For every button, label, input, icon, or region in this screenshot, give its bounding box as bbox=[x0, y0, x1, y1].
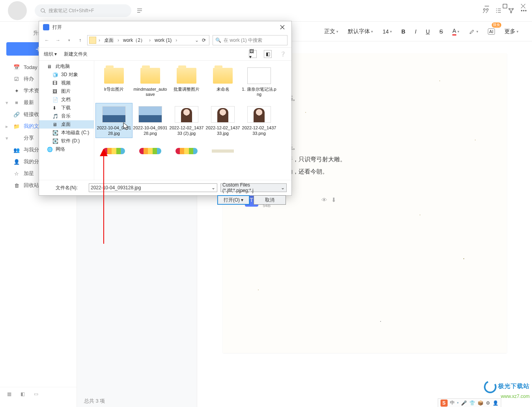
dialog-app-icon bbox=[43, 24, 49, 30]
filetype-select[interactable]: Custom Files (*.jfif;*.pjpeg;*.j⌄ bbox=[220, 183, 287, 192]
close-button[interactable] bbox=[514, 0, 532, 12]
breadcrumb-dropdown-icon[interactable]: ⌄ bbox=[195, 37, 199, 43]
tree-item[interactable]: 🎞视频 bbox=[39, 79, 94, 87]
refresh-icon[interactable]: ⟳ bbox=[202, 37, 206, 43]
file-item[interactable] bbox=[132, 140, 168, 164]
preview-icon[interactable]: 👁 bbox=[321, 194, 327, 206]
strikethrough-button[interactable]: S bbox=[438, 27, 444, 36]
file-item[interactable]: mindmaster_autosave bbox=[132, 65, 168, 99]
tree-item[interactable]: ⬇下载 bbox=[39, 104, 94, 112]
watermark: 极光下载站 www.xz7.com bbox=[483, 380, 530, 399]
panel-view-icon[interactable]: ▭ bbox=[34, 391, 40, 398]
file-item[interactable] bbox=[96, 140, 132, 164]
file-item[interactable]: 2022-12-02_143733 (2).jpg bbox=[168, 103, 205, 137]
underline-button[interactable]: U bbox=[424, 27, 431, 36]
breadcrumb-bar[interactable]: ›桌面 ›work（2） ›work (1) › ⌄ ⟳ bbox=[87, 35, 209, 45]
tree-item[interactable]: 🖥此电脑 bbox=[39, 62, 94, 71]
filename-input[interactable]: 2022-10-04_093128.jpg⌄ bbox=[89, 183, 217, 192]
app-header: 搜索笔记 Ctrl+Shift+F bbox=[0, 0, 532, 22]
file-item[interactable] bbox=[205, 140, 241, 164]
dialog-toolbar: 组织 ▾ 新建文件夹 🖼 ▾ ◧ ❔ bbox=[39, 47, 291, 61]
svg-point-10 bbox=[485, 381, 496, 392]
download-icon[interactable]: ⬇ bbox=[331, 194, 336, 206]
minimize-button[interactable] bbox=[478, 0, 496, 12]
tree-item[interactable]: 💽本地磁盘 (C:) bbox=[39, 129, 94, 137]
tree-item[interactable]: 💽软件 (D:) bbox=[39, 137, 94, 145]
file-item[interactable]: lr导出图片 bbox=[96, 65, 132, 99]
file-item[interactable]: 2022-12-02_143733.png bbox=[241, 103, 277, 137]
tree-item[interactable]: 🖥桌面 bbox=[39, 120, 94, 129]
tree-item[interactable]: 📄文档 bbox=[39, 95, 94, 104]
sidebar-footer: ▦ ◧ ▭ bbox=[0, 387, 77, 403]
font-family-select[interactable]: 默认字体▾ bbox=[346, 26, 375, 37]
file-open-dialog: 打开 ← → ▾ ↑ ›桌面 ›work（2） ›work (1) › ⌄ ⟳ … bbox=[39, 21, 292, 196]
avatar[interactable] bbox=[8, 1, 27, 20]
svg-rect-0 bbox=[503, 4, 507, 8]
search-placeholder: 搜索笔记 Ctrl+Shift+F bbox=[49, 7, 94, 14]
tree-item[interactable]: 🖼图片 bbox=[39, 87, 94, 95]
paragraph-style-select[interactable]: 正文▾ bbox=[323, 26, 340, 37]
new-folder-button[interactable]: 新建文件夹 bbox=[64, 51, 88, 58]
file-item[interactable]: 2022-10-04_093128.jpg bbox=[96, 103, 132, 137]
cancel-button[interactable]: 取消 bbox=[254, 195, 286, 205]
tree-item[interactable]: 🧊3D 对象 bbox=[39, 71, 94, 79]
tree-item[interactable]: 🎵音乐 bbox=[39, 112, 94, 120]
file-item[interactable]: 2022-10-04_093128.png bbox=[132, 103, 168, 137]
note-count: 总共 3 项 bbox=[84, 398, 105, 405]
font-size-select[interactable]: 14▾ bbox=[381, 27, 394, 36]
ai-button[interactable]: AI限免 bbox=[486, 27, 497, 36]
dialog-file-grid[interactable]: lr导出图片mindmaster_autosave批量调整图片未命名1. 康奈尔… bbox=[94, 61, 291, 180]
dialog-footer: 文件名(N): 2022-10-04_093128.jpg⌄ Custom Fi… bbox=[39, 180, 291, 208]
open-button[interactable]: 打开(O) ▾ bbox=[217, 195, 250, 205]
dialog-titlebar: 打开 bbox=[39, 21, 291, 33]
maximize-button[interactable] bbox=[496, 0, 514, 12]
dialog-title: 打开 bbox=[52, 24, 277, 31]
view-mode-button[interactable]: 🖼 ▾ bbox=[249, 50, 257, 58]
more-toolbar-button[interactable]: 更多▾ bbox=[503, 26, 520, 37]
help-button[interactable]: ❔ bbox=[279, 50, 287, 58]
search-input[interactable]: 搜索笔记 Ctrl+Shift+F bbox=[35, 4, 131, 17]
font-color-button[interactable]: A▾ bbox=[451, 26, 461, 37]
nav-forward-button: → bbox=[54, 36, 62, 44]
ime-toolbar[interactable]: S 中 •🎤👕📦⚙👤 bbox=[438, 398, 501, 407]
grid-view-icon[interactable]: ◧ bbox=[21, 391, 27, 398]
organize-menu[interactable]: 组织 ▾ bbox=[44, 51, 57, 58]
file-item[interactable]: 批量调整图片 bbox=[168, 65, 205, 99]
file-item[interactable]: 2022-12-02_143733.jpg bbox=[205, 103, 241, 137]
list-view-icon[interactable]: ▦ bbox=[7, 391, 13, 398]
file-item[interactable]: 未命名 bbox=[205, 65, 241, 99]
svg-point-5 bbox=[511, 12, 512, 13]
nav-up-button[interactable]: ↑ bbox=[76, 36, 84, 44]
preview-pane-button[interactable]: ◧ bbox=[264, 50, 272, 58]
filename-label: 文件名(N): bbox=[44, 185, 86, 191]
collapse-icon[interactable] bbox=[135, 6, 144, 15]
italic-button[interactable]: I bbox=[413, 27, 418, 36]
search-icon: 🔍 bbox=[215, 37, 221, 43]
highlight-button[interactable]: ▾ bbox=[467, 27, 480, 36]
dialog-close-button[interactable] bbox=[277, 22, 287, 32]
folder-icon bbox=[89, 37, 96, 44]
window-controls bbox=[478, 0, 532, 12]
dialog-search-input[interactable]: 🔍 在 work (1) 中搜索 bbox=[213, 35, 287, 45]
file-item[interactable]: 1. 康奈尔笔记法.png bbox=[241, 65, 277, 99]
file-item[interactable] bbox=[168, 140, 205, 164]
dialog-nav: ← → ▾ ↑ ›桌面 ›work（2） ›work (1) › ⌄ ⟳ 🔍 在… bbox=[39, 33, 291, 47]
bold-button[interactable]: B bbox=[400, 27, 407, 36]
dialog-tree[interactable]: 🖥此电脑🧊3D 对象🎞视频🖼图片📄文档⬇下载🎵音乐🖥桌面💽本地磁盘 (C:)💽软… bbox=[39, 61, 94, 180]
nav-recent-dropdown[interactable]: ▾ bbox=[65, 36, 73, 44]
nav-back-button[interactable]: ← bbox=[43, 36, 51, 44]
tree-item[interactable]: 🌐网络 bbox=[39, 145, 94, 153]
